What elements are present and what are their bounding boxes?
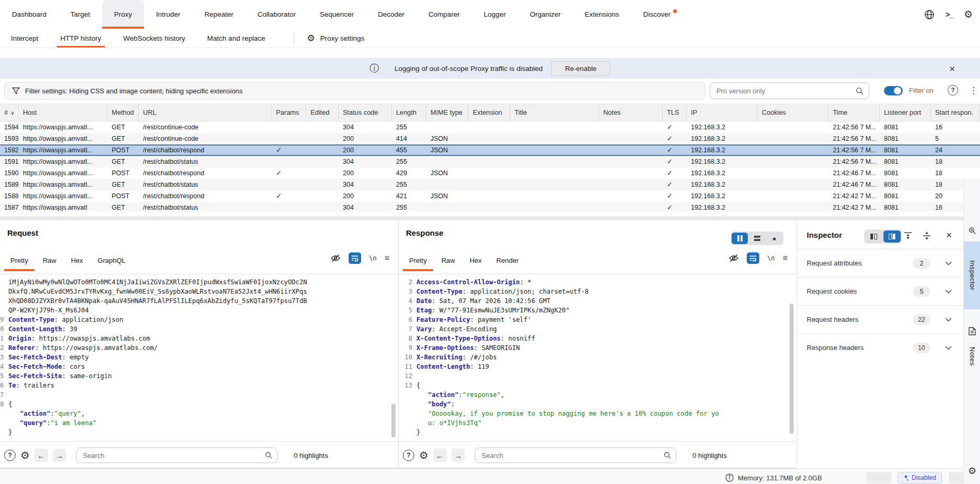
inspector-section-request-cookies[interactable]: Request cookies5 (797, 277, 963, 305)
layout-single-icon[interactable]: ■ (766, 233, 782, 244)
response-tab-hex[interactable]: Hex (462, 251, 489, 269)
show-newlines-icon[interactable]: \n (369, 255, 376, 262)
column-header-listener-port[interactable]: Listener port (880, 104, 931, 121)
chevron-down-icon[interactable] (945, 318, 952, 322)
request-tab-pretty[interactable]: Pretty (3, 251, 35, 269)
editor-menu-icon[interactable]: ≡ (783, 253, 787, 263)
sub-tab-match-and-replace[interactable]: Match and replace (196, 29, 276, 47)
previous-match-icon[interactable]: ← (433, 449, 447, 462)
sub-tab-websockets-history[interactable]: WebSockets history (112, 29, 196, 47)
column-header-ip[interactable]: IP (687, 104, 758, 121)
hide-deselect-icon[interactable] (728, 253, 739, 263)
editor-menu-icon[interactable]: ≡ (385, 253, 389, 263)
request-tab-raw[interactable]: Raw (35, 251, 64, 269)
previous-match-icon[interactable]: ← (34, 449, 48, 462)
proxy-settings-button[interactable]: ⚙ Proxy settings (294, 29, 377, 47)
main-tab-proxy[interactable]: Proxy (102, 0, 145, 29)
column-header-status-code[interactable]: Status code (339, 104, 392, 121)
history-search-input[interactable] (710, 87, 856, 95)
word-wrap-icon[interactable] (747, 252, 759, 264)
column-header-start-respon-[interactable]: Start respon. (931, 104, 979, 121)
main-tab-decoder[interactable]: Decoder (366, 0, 416, 29)
status-chip[interactable] (866, 472, 891, 483)
chevron-down-icon[interactable] (945, 261, 952, 265)
column-header-extension[interactable]: Extension (469, 104, 510, 121)
inspector-section-response-headers[interactable]: Response headers10 (797, 333, 963, 361)
table-row[interactable]: 1594https://owaspjs.amvatl...GET/rest/co… (0, 122, 980, 133)
request-editor[interactable]: iMjAyNi0wMy0wNlQwOTo0MTo0MC41NjJaIiwiZGV… (0, 274, 398, 442)
column-header-time[interactable]: Time (829, 104, 880, 121)
response-editor-scrollbar[interactable] (790, 304, 794, 434)
inspector-section-request-attributes[interactable]: Request attributes2 (797, 249, 963, 277)
table-row[interactable]: 1589https://owaspjs.amvatl...GET/rest/ch… (0, 179, 980, 190)
request-tab-hex[interactable]: Hex (64, 251, 90, 269)
main-tab-extensions[interactable]: Extensions (572, 0, 631, 29)
main-tab-logger[interactable]: Logger (472, 0, 518, 29)
main-tab-collaborator[interactable]: Collaborator (245, 0, 308, 29)
help-icon[interactable]: ? (948, 85, 958, 95)
main-tab-intruder[interactable]: Intruder (144, 0, 193, 29)
main-tab-target[interactable]: Target (58, 0, 102, 29)
response-search-input[interactable] (475, 452, 664, 459)
inspector-layout-right-icon[interactable] (883, 231, 901, 243)
banner-close-icon[interactable]: × (949, 64, 955, 74)
response-tab-pretty[interactable]: Pretty (402, 251, 434, 269)
response-tab-raw[interactable]: Raw (434, 251, 462, 269)
status-chip-small[interactable] (949, 472, 963, 483)
table-row[interactable]: 1592https://owaspjs.amvatl...POST/rest/c… (0, 144, 980, 156)
chevron-down-icon[interactable] (945, 289, 952, 294)
main-tab-repeater[interactable]: Repeater (193, 0, 246, 29)
column-header-method[interactable]: Method (107, 104, 139, 121)
column-header-tls[interactable]: TLS (663, 104, 687, 121)
column-header-length[interactable]: Length (392, 104, 426, 121)
search-help-icon[interactable]: ? (403, 450, 414, 461)
column-header-mime-type[interactable]: MIME type (426, 104, 469, 121)
inspector-layout-left-icon[interactable] (865, 231, 882, 243)
column-header-url[interactable]: URL (139, 104, 272, 121)
kebab-menu-icon[interactable]: ⋮ (969, 85, 978, 96)
main-tab-dashboard[interactable]: Dashboard (0, 0, 58, 29)
inspector-strip-tab[interactable]: Inspector (964, 241, 980, 309)
table-row[interactable]: 1593https://owaspjs.amvatl...GET/rest/co… (0, 133, 980, 144)
column-header-params[interactable]: Params (272, 104, 306, 121)
request-search-input[interactable] (77, 452, 265, 459)
table-row[interactable]: 1591https://owaspjs.amvatl...GET/rest/ch… (0, 156, 980, 167)
filter-settings-bar[interactable]: Filter settings: Hiding CSS and image co… (4, 82, 706, 100)
expand-collapse-icon[interactable] (923, 232, 931, 240)
search-settings-icon[interactable]: ⚙ (419, 450, 428, 461)
table-row[interactable]: 1588https://owaspjs.amvatl...POST/rest/c… (0, 190, 980, 202)
word-wrap-icon[interactable] (349, 252, 361, 264)
response-tab-render[interactable]: Render (489, 251, 526, 269)
ai-status-chip[interactable]: Disabled (898, 472, 942, 483)
inspector-close-icon[interactable]: × (946, 229, 952, 241)
layout-columns-icon[interactable] (732, 233, 748, 244)
column-header-edited[interactable]: Edited (306, 104, 339, 121)
column-header-title[interactable]: Title (510, 104, 599, 121)
strip-settings-gear-icon[interactable]: ⚙ (964, 465, 980, 477)
terminal-icon[interactable]: >_ (946, 10, 953, 19)
main-tab-organizer[interactable]: Organizer (518, 0, 572, 29)
sub-tab-intercept[interactable]: Intercept (0, 29, 50, 47)
main-tab-comparer[interactable]: Comparer (416, 0, 472, 29)
show-newlines-icon[interactable]: \n (767, 255, 774, 262)
column-header-cookies[interactable]: Cookies (758, 104, 829, 121)
filter-toggle[interactable] (884, 86, 903, 95)
main-tab-sequencer[interactable]: Sequencer (308, 0, 366, 29)
settings-gear-icon[interactable]: ⚙ (964, 9, 973, 19)
chevron-down-icon[interactable] (945, 346, 952, 350)
collapse-all-icon[interactable] (904, 232, 912, 240)
next-match-icon[interactable]: → (53, 449, 66, 462)
sub-tab-http-history[interactable]: HTTP history (50, 29, 113, 47)
next-match-icon[interactable]: → (451, 449, 465, 462)
table-row[interactable]: 1587https://owaspjs.amvatlGET/rest/chatb… (0, 202, 980, 211)
globe-icon[interactable] (924, 9, 935, 20)
table-row[interactable]: 1590https://owaspjs.amvatl...POST/rest/c… (0, 167, 980, 179)
search-help-icon[interactable]: ? (4, 450, 16, 461)
hide-deselect-icon[interactable] (330, 253, 341, 263)
inspector-section-request-headers[interactable]: Request headers22 (797, 305, 963, 333)
column-header-host[interactable]: Host (19, 104, 107, 121)
request-tab-graphql[interactable]: GraphQL (90, 251, 133, 269)
layout-rows-icon[interactable] (749, 233, 765, 244)
request-editor-scrollbar[interactable] (391, 404, 396, 438)
response-editor[interactable]: 2Access-Control-Allow-Origin: *3Content-… (399, 274, 796, 442)
